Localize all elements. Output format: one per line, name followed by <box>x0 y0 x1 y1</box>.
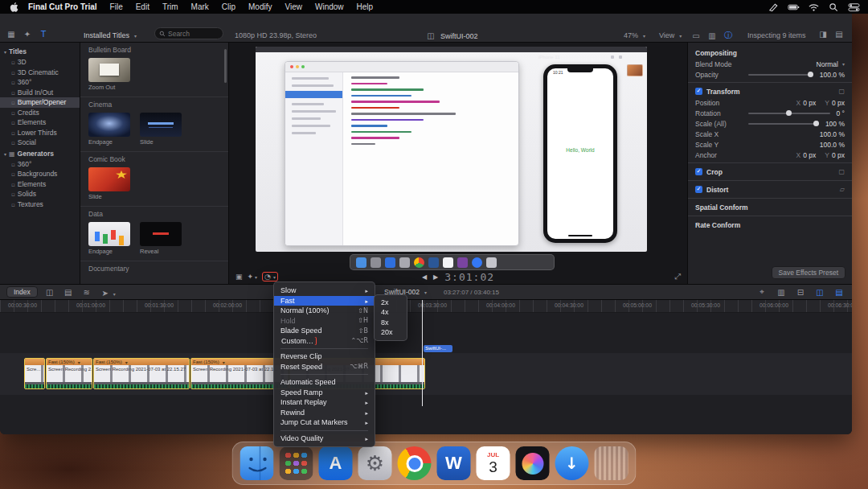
transform-overlay-button[interactable]: ▣ <box>235 273 243 281</box>
dock-system-preferences-icon[interactable] <box>358 446 392 480</box>
menu-item-hold[interactable]: Hold⇧H <box>274 316 375 327</box>
dock-appstore-icon[interactable] <box>319 446 353 480</box>
index-button[interactable]: Index <box>6 286 38 298</box>
timeline-clip[interactable]: Fast (150%)▾ Screen Recording 2021-07-03… <box>93 358 190 389</box>
skimming-icon[interactable]: ▤ <box>833 288 845 297</box>
menu-item-video-quality[interactable]: Video Quality <box>274 434 375 444</box>
position-x-value[interactable]: 0 px <box>803 99 816 107</box>
scale-x-value[interactable]: 100.0 % <box>820 130 845 138</box>
wifi-icon[interactable] <box>808 2 820 12</box>
sidebar-item-gen-360[interactable]: 360° <box>0 159 80 170</box>
menu-item-2x[interactable]: 2x <box>375 298 407 308</box>
app-menu[interactable]: Final Cut Pro Trial <box>22 0 104 14</box>
viewer-canvas[interactable]: iPhone 11 10:21 Hello, World <box>256 47 647 252</box>
menu-item-automatic-speed[interactable]: Automatic Speed <box>274 377 375 388</box>
menu-edit[interactable]: Edit <box>129 0 156 14</box>
distort-onscreen-controls-icon[interactable]: ▱ <box>840 186 845 193</box>
apple-logo-icon[interactable] <box>10 2 18 12</box>
sidebar-item-textures[interactable]: Textures <box>0 199 80 210</box>
dock-launchpad-icon[interactable] <box>280 446 313 480</box>
dock-finder-icon[interactable] <box>240 446 274 480</box>
blend-mode-dropdown[interactable]: Normal <box>817 60 838 68</box>
timeline-ruler[interactable]: 00:00:30:00 00:01:00:00 00:01:30:00 00:0… <box>0 300 852 313</box>
sidebar-item-build-inout[interactable]: Build In/Out <box>0 88 80 98</box>
trim-tools-icon[interactable]: ⌖ <box>755 287 768 297</box>
title-thumbnail-zoom-out[interactable]: Zoom Out <box>88 58 130 91</box>
control-center-icon[interactable] <box>848 2 860 12</box>
scale-all-slider[interactable] <box>748 123 819 125</box>
timeline-tracks[interactable]: SwiftUI-... Scre... Fast (150%)▾ Screen … <box>0 313 852 434</box>
menu-clip[interactable]: Clip <box>215 0 242 14</box>
retime-bar[interactable] <box>25 359 44 365</box>
anchor-x-value[interactable]: 0 px <box>803 151 816 159</box>
play-button[interactable]: ▶ <box>433 273 438 281</box>
info-icon[interactable]: ⓘ <box>722 30 735 41</box>
audio-lanes-icon[interactable]: ≋ <box>80 288 93 297</box>
sidebar-item-360[interactable]: 360° <box>0 77 80 88</box>
menu-item-instant-replay[interactable]: Instant Replay <box>274 397 375 408</box>
title-thumbnail-cinema-endpage[interactable]: Endpage <box>88 113 130 146</box>
search-field[interactable] <box>154 27 223 39</box>
menu-window[interactable]: Window <box>309 0 350 14</box>
media-browser-icon[interactable]: ▤ <box>833 30 845 39</box>
generators-section-header[interactable]: Generators <box>0 148 80 159</box>
menu-item-normal[interactable]: Normal (100%)⇧N <box>274 306 375 316</box>
search-input[interactable] <box>168 30 218 38</box>
sidebar-item-solids[interactable]: Solids <box>0 189 80 199</box>
dock-trash-icon[interactable] <box>595 446 628 480</box>
menu-trim[interactable]: Trim <box>156 0 185 14</box>
titles-section-header[interactable]: Titles <box>0 46 80 57</box>
spotlight-search-icon[interactable] <box>828 2 840 12</box>
transform-checkbox[interactable] <box>695 88 702 95</box>
sidebar-item-credits[interactable]: Credits <box>0 108 80 118</box>
installed-titles-dropdown[interactable]: Installed Titles <box>84 31 129 39</box>
crop-section[interactable]: Crop ▢ <box>688 166 852 178</box>
menu-item-reset-speed[interactable]: Reset Speed⌥⌘R <box>274 362 375 372</box>
menu-item-reverse-clip[interactable]: Reverse Clip <box>274 351 375 362</box>
snapping-icon[interactable]: ◫ <box>813 288 826 297</box>
position-y-value[interactable]: 0 px <box>832 99 845 107</box>
crop-checkbox[interactable] <box>695 168 702 175</box>
sidebar-item-backgrounds[interactable]: Backgrounds <box>0 169 80 179</box>
menu-view[interactable]: View <box>278 0 309 14</box>
sidebar-item-3d-cinematic[interactable]: 3D Cinematic <box>0 68 80 78</box>
retime-menu-button[interactable]: ◔ ▾ <box>262 272 278 281</box>
enhancements-menu-button[interactable]: ✦▾ <box>248 273 258 281</box>
dock-word-icon[interactable] <box>437 446 471 480</box>
save-effects-preset-button[interactable]: Save Effects Preset <box>772 266 846 279</box>
effects-browser-icon[interactable]: ◨ <box>817 30 829 39</box>
distort-section[interactable]: Distort ▱ <box>688 183 852 195</box>
dock-final-cut-pro-icon[interactable] <box>516 446 550 480</box>
timeline-clip[interactable]: Scre... <box>24 358 45 389</box>
distort-checkbox[interactable] <box>695 186 702 193</box>
menu-item-speed-ramp[interactable]: Speed Ramp <box>274 388 375 398</box>
sidebar-item-gen-elements[interactable]: Elements <box>0 179 80 190</box>
sidebar-item-elements[interactable]: Elements <box>0 117 80 128</box>
tool-menu[interactable]: ➤▾ <box>99 285 116 299</box>
disclosure-triangle-icon[interactable] <box>4 150 6 158</box>
menu-modify[interactable]: Modify <box>242 0 278 14</box>
menu-item-fast[interactable]: Fast 2x 4x 8x 20x <box>274 296 375 306</box>
compositing-section[interactable]: Compositing <box>688 47 852 59</box>
sidebar-item-lower-thirds[interactable]: Lower Thirds <box>0 128 80 138</box>
battery-icon[interactable] <box>788 2 800 12</box>
spatial-conform-section[interactable]: Spatial Conform <box>688 201 852 213</box>
connected-title-clip[interactable]: SwiftUI-... <box>424 345 452 352</box>
sidebar-item-social[interactable]: Social <box>0 138 80 148</box>
menu-item-rewind[interactable]: Rewind <box>274 408 375 418</box>
scale-y-value[interactable]: 100.0 % <box>820 141 845 149</box>
sidecar-pencil-icon[interactable] <box>768 2 780 12</box>
menu-item-4x[interactable]: 4x <box>375 307 407 318</box>
retime-bar[interactable]: Fast (150%)▾ <box>47 359 92 365</box>
sidebar-item-bumper-opener[interactable]: Bumper/Opener <box>0 97 80 108</box>
dock-chrome-icon[interactable] <box>398 446 432 480</box>
menu-item-jump-cut[interactable]: Jump Cut at Markers <box>274 417 375 428</box>
view-dropdown[interactable]: View <box>659 31 674 39</box>
clip-appearance-icon[interactable]: ◫ <box>43 288 56 297</box>
anchor-y-value[interactable]: 0 px <box>832 151 845 159</box>
rotation-dial[interactable] <box>748 113 830 114</box>
rate-conform-section[interactable]: Rate Conform <box>688 219 852 231</box>
title-thumbnail-data-endpage[interactable]: Endpage <box>88 222 130 255</box>
menu-item-slow[interactable]: Slow <box>274 286 375 296</box>
menu-item-custom[interactable]: Custom… ⌃⌥R <box>274 336 375 347</box>
